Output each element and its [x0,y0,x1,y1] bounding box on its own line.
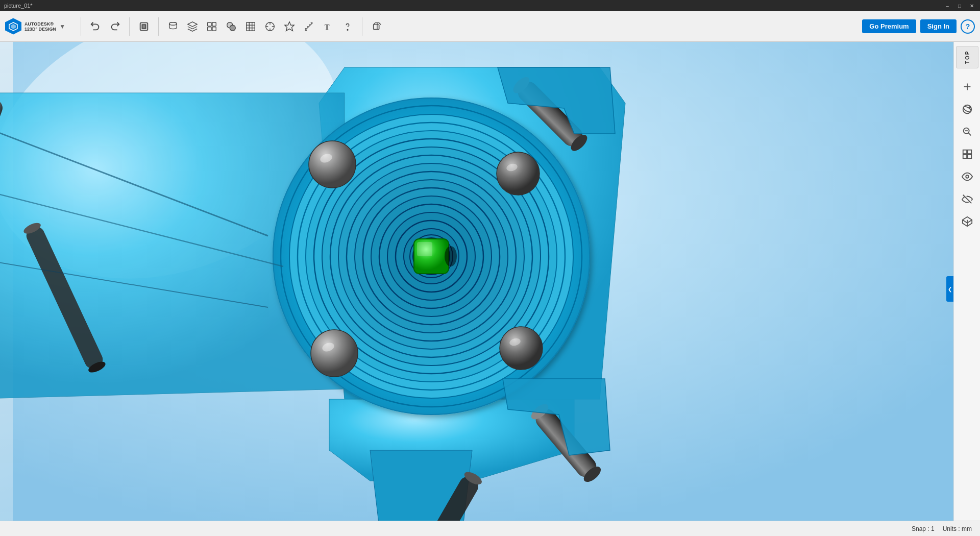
snap-label: Snap : 1 [912,525,935,532]
primitives-tool[interactable] [164,17,182,36]
zoom-in-button[interactable] [957,77,977,97]
view-cube[interactable] [368,17,386,36]
svg-point-98 [966,175,969,178]
svg-point-61 [309,141,356,188]
modify-tool[interactable] [183,17,202,36]
minimize-button[interactable]: – [943,2,951,10]
signin-button[interactable]: Sign In [920,19,957,33]
svg-marker-21 [285,21,294,30]
svg-rect-30 [374,25,379,29]
3d-model [0,42,980,536]
units-label: Units : mm [943,525,972,532]
sep4 [362,17,362,36]
svg-rect-3 [142,25,145,28]
svg-point-10 [230,25,235,31]
logo-icon [5,18,21,35]
window-title: picture_01* [4,3,943,9]
svg-rect-97 [967,155,971,158]
units-status[interactable]: Units : mm [943,525,972,532]
svg-rect-7 [208,27,211,30]
right-sidebar: TOP [953,42,980,536]
sidebar-collapse-tab[interactable]: ❮ [946,276,953,302]
sep1 [81,17,81,36]
svg-point-29 [347,29,348,30]
svg-rect-8 [212,27,216,30]
svg-rect-95 [967,150,971,154]
3d-tools-group: T [164,17,357,36]
view-toggle-button[interactable] [957,166,977,187]
svg-rect-96 [963,155,966,158]
svg-rect-59 [417,242,432,256]
svg-marker-1 [11,24,16,29]
viewport[interactable]: TOP [0,42,980,536]
svg-rect-11 [247,22,255,31]
undo-redo-group [86,17,124,36]
select-tool[interactable] [135,17,153,36]
logo-dropdown[interactable]: ▼ [59,23,65,30]
maximize-button[interactable]: □ [955,2,964,10]
svg-point-65 [311,330,358,377]
svg-rect-5 [208,22,211,26]
sep3 [158,17,159,36]
hide-button[interactable] [957,189,977,209]
group-tool[interactable] [203,17,221,36]
snap-tool[interactable] [261,17,279,36]
svg-text:T: T [325,22,330,31]
zoom-fit-button[interactable] [957,121,977,142]
toolbar: AUTODESK® 123D° DESIGN ▼ [0,11,980,42]
svg-point-4 [169,22,177,25]
logo-text: AUTODESK® 123D° DESIGN [24,21,56,32]
logo-area: AUTODESK® 123D° DESIGN ▼ [5,18,65,35]
undo-button[interactable] [86,17,105,36]
help-3d[interactable] [338,17,357,36]
explode-tool[interactable] [280,17,299,36]
fit-all-button[interactable] [957,144,977,164]
text-tool[interactable]: T [319,17,337,36]
svg-line-22 [305,22,313,30]
toolbar-right: Go Premium Sign In ? [862,19,975,34]
statusbar: Snap : 1 Units : mm [0,521,980,536]
view-indicator[interactable]: TOP [956,46,978,68]
help-button[interactable]: ? [961,19,975,34]
material-button[interactable] [957,211,977,232]
grid-tool[interactable] [241,17,260,36]
svg-point-67 [500,327,543,370]
svg-line-92 [968,133,971,135]
combine-tool[interactable] [222,17,240,36]
transform-group [135,17,153,36]
premium-button[interactable]: Go Premium [862,19,916,33]
redo-button[interactable] [106,17,124,36]
svg-rect-6 [212,22,216,26]
snap-status: Snap : 1 [912,525,935,532]
window-controls: – □ ✕ [943,2,976,10]
titlebar: picture_01* – □ ✕ [0,0,980,11]
svg-rect-94 [963,150,966,154]
measure-tool[interactable] [300,17,318,36]
close-button[interactable]: ✕ [968,2,976,10]
orbit-button[interactable] [957,99,977,119]
sep2 [129,17,130,36]
svg-point-63 [497,152,540,195]
svg-point-60 [445,246,457,266]
